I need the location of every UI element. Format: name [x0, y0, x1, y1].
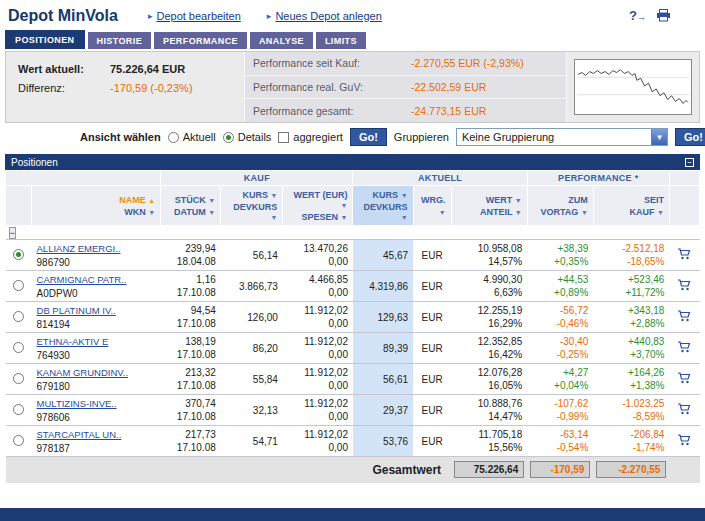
- name-wkn-cell: STARCAPITAL UN.. 978187: [32, 426, 161, 457]
- wert-anteil-cell: 4.990,306,63%: [451, 271, 527, 302]
- radio-aktuell-icon[interactable]: [168, 132, 179, 143]
- differenz-value: -170,59 (-0,23%): [110, 82, 193, 94]
- cart-icon: [677, 340, 691, 354]
- sort-seit-kauf[interactable]: KAUF ▼: [629, 207, 663, 217]
- link-neues-depot-anlegen[interactable]: ▸ Neues Depot anlegen: [267, 10, 382, 22]
- row-select-cell[interactable]: [6, 240, 32, 271]
- kurs-kauf-cell: 32,13: [221, 395, 283, 426]
- row-radio[interactable]: [13, 404, 24, 415]
- go-button-group[interactable]: Go!: [675, 128, 705, 146]
- position-wkn: 978606: [37, 412, 156, 423]
- row-radio[interactable]: [13, 342, 24, 353]
- sort-wert-eur[interactable]: WERT (EUR) ▼: [293, 190, 347, 210]
- tab-analyse[interactable]: ANALYSE: [250, 32, 313, 49]
- order-button[interactable]: [669, 426, 699, 457]
- row-select-cell[interactable]: [6, 333, 32, 364]
- wert-aktuell-label: Wert aktuell:: [18, 63, 110, 75]
- group-kauf: KAUF: [161, 171, 353, 186]
- row-select-cell[interactable]: [6, 395, 32, 426]
- checkbox-aggregiert[interactable]: aggregiert: [278, 131, 343, 143]
- group-empty: [6, 171, 161, 186]
- position-name-link[interactable]: DB PLATINUM IV..: [37, 305, 116, 316]
- radio-details[interactable]: Details: [223, 131, 272, 143]
- row-radio[interactable]: [13, 311, 24, 322]
- stueck-datum-cell: 217,7317.10.08: [161, 426, 221, 457]
- tab-limits[interactable]: LIMITS: [316, 32, 366, 49]
- order-button[interactable]: [669, 364, 699, 395]
- zum-vortag-cell: -107,62-0,99%: [527, 395, 593, 426]
- checkbox-aggregiert-icon[interactable]: [278, 132, 289, 143]
- row-radio[interactable]: [13, 249, 24, 260]
- row-radio[interactable]: [13, 280, 24, 291]
- sort-spesen[interactable]: SPESEN ▼: [302, 212, 348, 222]
- stueck-datum-cell: 370,7417.10.08: [161, 395, 221, 426]
- sort-wert[interactable]: WERT ▼: [486, 195, 522, 205]
- seit-kauf-cell: -1.023,25-8,59%: [593, 395, 669, 426]
- row-radio[interactable]: [13, 373, 24, 384]
- sort-kurs-kauf[interactable]: KURS ▼: [242, 190, 277, 200]
- order-button[interactable]: [669, 302, 699, 333]
- order-button[interactable]: [669, 240, 699, 271]
- order-button[interactable]: [669, 333, 699, 364]
- name-wkn-cell: ETHNA-AKTIV E 764930: [32, 333, 161, 364]
- page-title: Depot MinVola: [8, 7, 118, 25]
- row-select-cell[interactable]: [6, 364, 32, 395]
- panel-title: Positionen: [11, 157, 58, 168]
- name-wkn-cell: MULTIZINS-INVE.. 978606: [32, 395, 161, 426]
- position-name-link[interactable]: MULTIZINS-INVE..: [37, 398, 117, 409]
- sort-devkurs-aktuell[interactable]: DEVKURS ▼: [364, 202, 408, 222]
- sort-wrg[interactable]: WRG.: [421, 195, 446, 205]
- wert-anteil-cell: 11.705,1815,56%: [451, 426, 527, 457]
- col-wert-spesen: WERT (EUR) ▼ SPESEN ▼: [283, 186, 353, 226]
- sort-devkurs-kauf[interactable]: DEVKURS ▼: [233, 202, 277, 222]
- sort-stueck[interactable]: STÜCK ▼: [175, 195, 215, 205]
- stueck-datum-cell: 1,1617.10.08: [161, 271, 221, 302]
- position-name-link[interactable]: KANAM GRUNDINV..: [37, 367, 129, 378]
- sort-kurs-aktuell[interactable]: KURS ▼: [373, 190, 408, 200]
- sort-datum[interactable]: DATUM ▼: [174, 207, 215, 217]
- gesamtwert-wert-cell: 75.226,64: [451, 457, 527, 483]
- tab-positionen[interactable]: POSITIONEN: [5, 30, 85, 49]
- dropdown-arrow-icon[interactable]: ▼: [651, 129, 667, 145]
- radio-aktuell[interactable]: Aktuell: [168, 131, 216, 143]
- gruppieren-selected-value: Keine Gruppierung: [462, 131, 554, 143]
- col-zum-vortag: ZUM VORTAG ▼: [527, 186, 593, 226]
- wert-anteil-cell: 10.888,7614,47%: [451, 395, 527, 426]
- sort-wkn[interactable]: WKN ▼: [124, 207, 155, 217]
- row-select-cell[interactable]: [6, 271, 32, 302]
- sort-name[interactable]: NAME ▲: [119, 195, 155, 205]
- wert-anteil-cell: 10.958,0814,57%: [451, 240, 527, 271]
- row-select-cell[interactable]: [6, 426, 32, 457]
- tab-performance[interactable]: PERFORMANCE: [154, 32, 247, 49]
- positions-table: KAUF AKTUELL PERFORMANCE * NAME ▲ WKN ▼ …: [5, 170, 700, 483]
- sort-vortag[interactable]: VORTAG ▼: [541, 207, 588, 217]
- seit-kauf-cell: -206,84-1,74%: [593, 426, 669, 457]
- wert-anteil-cell: 12.076,2816,05%: [451, 364, 527, 395]
- position-name-link[interactable]: ALLIANZ EMERGI..: [37, 243, 121, 254]
- table-row: DB PLATINUM IV.. 814194 94,5417.10.08 12…: [6, 302, 700, 333]
- collapse-group-icon[interactable]: −: [9, 227, 16, 239]
- row-select-cell[interactable]: [6, 302, 32, 333]
- row-radio[interactable]: [13, 435, 24, 446]
- link-depot-bearbeiten[interactable]: ▸ Depot bearbeiten: [148, 10, 241, 22]
- wert-spesen-cell: 11.912,020,00: [283, 333, 353, 364]
- position-name-link[interactable]: CARMIGNAC PATR..: [37, 274, 127, 285]
- position-name-link[interactable]: STARCAPITAL UN..: [37, 429, 122, 440]
- tab-historie[interactable]: HISTORIE: [88, 32, 152, 49]
- tab-bar: POSITIONEN HISTORIE PERFORMANCE ANALYSE …: [0, 28, 705, 49]
- order-button[interactable]: [669, 271, 699, 302]
- stueck-datum-cell: 138,1917.10.08: [161, 333, 221, 364]
- print-icon[interactable]: [656, 9, 671, 22]
- minimize-icon[interactable]: −: [685, 158, 694, 167]
- sort-anteil[interactable]: ANTEIL ▼: [480, 207, 522, 217]
- col-stueck-datum: STÜCK ▼ DATUM ▼: [161, 186, 221, 226]
- gruppieren-select[interactable]: Keine Gruppierung ▼: [456, 128, 668, 146]
- go-button-view[interactable]: Go!: [350, 128, 387, 146]
- radio-details-icon[interactable]: [223, 132, 234, 143]
- position-name-link[interactable]: ETHNA-AKTIV E: [37, 336, 109, 347]
- sort-asc-icon: ▲: [148, 197, 155, 204]
- kurs-kauf-cell: 86,20: [221, 333, 283, 364]
- wert-spesen-cell: 11.912,020,00: [283, 426, 353, 457]
- order-button[interactable]: [669, 395, 699, 426]
- help-icon[interactable]: ?→: [629, 8, 646, 23]
